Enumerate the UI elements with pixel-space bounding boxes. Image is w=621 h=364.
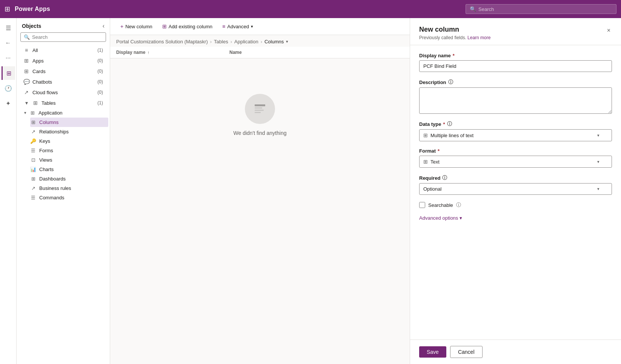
learn-more-link[interactable]: Learn more bbox=[467, 35, 490, 40]
breadcrumb-sep-3: › bbox=[261, 39, 262, 44]
empty-state: We didn't find anything bbox=[110, 58, 410, 171]
main-layout: ☰ ← ··· ⊞ 🕐 ✦ Objects ‹ 🔍 ≡ All (1) ⊞ Ap… bbox=[0, 18, 621, 364]
required-label-text: Required bbox=[419, 175, 440, 181]
description-textarea[interactable] bbox=[419, 87, 612, 114]
col-display-name-header[interactable]: Display name ↑ bbox=[116, 50, 229, 55]
sidebar-collapse-button[interactable]: ‹ bbox=[103, 23, 105, 29]
searchable-checkbox[interactable] bbox=[419, 202, 425, 208]
sidebar-nav: ≡ All (1) ⊞ Apps (0) ⊞ Cards (0) 💬 Chatb… bbox=[17, 45, 110, 364]
tree-item-keys[interactable]: 🔑 Keys bbox=[30, 136, 108, 146]
breadcrumb-dropdown-icon[interactable]: ▾ bbox=[286, 39, 288, 44]
format-label-text: Format bbox=[419, 148, 436, 154]
display-name-required: * bbox=[453, 53, 455, 58]
table-area: Display name ↑ Name We didn't find any bbox=[110, 47, 410, 364]
advanced-button[interactable]: ≡ Advanced ▾ bbox=[218, 21, 257, 32]
sidebar-item-chatbots-count: (0) bbox=[97, 79, 103, 84]
breadcrumb-sep-2: › bbox=[231, 39, 232, 44]
tree-item-dashboards[interactable]: ⊞ Dashboards bbox=[30, 174, 108, 184]
new-column-panel: New column Previously called fields. Lea… bbox=[410, 18, 621, 364]
tree-item-columns[interactable]: ⊞ Columns bbox=[30, 118, 108, 127]
rail-star-icon[interactable]: ✦ bbox=[2, 96, 15, 110]
charts-icon: 📊 bbox=[30, 167, 36, 172]
panel-subtitle: Previously called fields. Learn more bbox=[419, 35, 490, 40]
dashboards-label: Dashboards bbox=[39, 176, 66, 182]
rail-more-icon[interactable]: ··· bbox=[2, 51, 15, 65]
search-input-top[interactable] bbox=[478, 6, 612, 12]
tree-item-forms[interactable]: ☰ Forms bbox=[30, 146, 108, 155]
forms-label: Forms bbox=[39, 148, 53, 153]
advanced-icon: ≡ bbox=[222, 23, 225, 29]
new-column-button[interactable]: + New column bbox=[116, 21, 157, 32]
tree-item-relationships[interactable]: ↗ Relationships bbox=[30, 127, 108, 136]
commands-label: Commands bbox=[39, 195, 64, 200]
format-select[interactable]: ⊞ Text ▾ bbox=[419, 156, 612, 168]
sidebar-item-cards[interactable]: ⊞ Cards (0) bbox=[18, 66, 108, 76]
col-name-header[interactable]: Name bbox=[229, 50, 404, 55]
relationships-label: Relationships bbox=[39, 129, 69, 135]
grid-icon[interactable]: ⊞ bbox=[5, 5, 10, 13]
content-area: + New column ⊞ Add existing column ≡ Adv… bbox=[110, 18, 410, 364]
display-name-label: Display name * bbox=[419, 53, 612, 58]
tree-item-views[interactable]: ⊡ Views bbox=[30, 155, 108, 165]
rail-history-icon[interactable]: 🕐 bbox=[2, 81, 15, 95]
sort-icon: ↑ bbox=[148, 50, 150, 55]
sidebar-item-tables-label: Tables bbox=[42, 100, 94, 106]
advanced-label: Advanced bbox=[227, 24, 249, 29]
content-toolbar: + New column ⊞ Add existing column ≡ Adv… bbox=[110, 18, 410, 35]
data-type-value: Multiple lines of text bbox=[430, 133, 473, 138]
sidebar-item-apps[interactable]: ⊞ Apps (0) bbox=[18, 55, 108, 66]
sidebar-item-cloudflows-count: (0) bbox=[97, 90, 103, 95]
data-type-select[interactable]: ⊞ Multiple lines of text ▾ bbox=[419, 129, 612, 141]
sidebar-search-input[interactable] bbox=[32, 34, 103, 40]
dashboards-icon: ⊞ bbox=[30, 176, 36, 182]
required-chevron-icon: ▾ bbox=[597, 187, 599, 191]
sidebar-item-all-count: (1) bbox=[97, 47, 103, 53]
new-column-label: New column bbox=[125, 24, 152, 29]
add-existing-icon: ⊞ bbox=[162, 23, 167, 29]
cancel-button[interactable]: Cancel bbox=[450, 346, 483, 358]
rail-table-icon[interactable]: ⊞ bbox=[2, 66, 15, 80]
panel-close-button[interactable]: × bbox=[606, 26, 612, 35]
sidebar-item-chatbots[interactable]: 💬 Chatbots (0) bbox=[18, 76, 108, 87]
sidebar: Objects ‹ 🔍 ≡ All (1) ⊞ Apps (0) ⊞ Cards… bbox=[17, 18, 110, 364]
svg-rect-1 bbox=[255, 107, 262, 109]
all-icon: ≡ bbox=[23, 47, 29, 53]
add-existing-button[interactable]: ⊞ Add existing column bbox=[158, 21, 217, 32]
rail-menu-icon[interactable]: ☰ bbox=[2, 21, 15, 35]
format-chevron-icon: ▾ bbox=[597, 159, 599, 164]
sidebar-title: Objects bbox=[22, 23, 41, 29]
display-name-label-text: Display name bbox=[419, 53, 451, 58]
data-type-field: Data type * ⓘ ⊞ Multiple lines of text ▾ bbox=[419, 121, 612, 141]
display-name-input[interactable] bbox=[419, 60, 612, 72]
searchable-info-icon: ⓘ bbox=[456, 202, 461, 208]
add-existing-label: Add existing column bbox=[169, 24, 212, 29]
breadcrumb-application[interactable]: Application bbox=[234, 39, 258, 44]
sidebar-item-cloudflows[interactable]: ↗ Cloud flows (0) bbox=[18, 87, 108, 98]
data-type-select-icon: ⊞ bbox=[423, 132, 428, 138]
rail-back-icon[interactable]: ← bbox=[2, 36, 15, 50]
columns-label: Columns bbox=[39, 119, 58, 125]
sidebar-search-box[interactable]: 🔍 bbox=[20, 32, 106, 42]
breadcrumb-solution[interactable]: Portal Customizations Solution (Maptaskr… bbox=[116, 39, 208, 44]
description-label: Description ⓘ bbox=[419, 79, 612, 86]
advanced-options-link[interactable]: Advanced options ▾ bbox=[419, 215, 612, 221]
apps-icon: ⊞ bbox=[23, 58, 29, 64]
sidebar-item-all[interactable]: ≡ All (1) bbox=[18, 45, 108, 55]
data-type-required: * bbox=[443, 121, 445, 127]
save-button[interactable]: Save bbox=[419, 346, 446, 358]
tree-item-businessrules[interactable]: ↗ Business rules bbox=[30, 184, 108, 193]
relationships-icon: ↗ bbox=[30, 129, 36, 135]
tree-item-commands[interactable]: ☰ Commands bbox=[30, 193, 108, 202]
required-select[interactable]: Optional ▾ bbox=[419, 183, 612, 195]
sidebar-item-tables[interactable]: ▾ ⊞ Tables (1) bbox=[18, 98, 108, 108]
required-label: Required ⓘ bbox=[419, 174, 612, 181]
data-type-value-row: ⊞ Multiple lines of text bbox=[423, 132, 473, 138]
columns-icon: ⊞ bbox=[30, 119, 36, 125]
tree-item-application[interactable]: ▾ ⊞ Application bbox=[24, 108, 108, 118]
table-header: Display name ↑ Name bbox=[110, 47, 410, 58]
topbar-search[interactable]: 🔍 bbox=[466, 4, 616, 14]
panel-subtitle-text: Previously called fields. bbox=[419, 35, 466, 40]
tree-item-charts[interactable]: 📊 Charts bbox=[30, 165, 108, 174]
panel-header-text: New column Previously called fields. Lea… bbox=[419, 26, 490, 40]
breadcrumb-tables[interactable]: Tables bbox=[214, 39, 228, 44]
